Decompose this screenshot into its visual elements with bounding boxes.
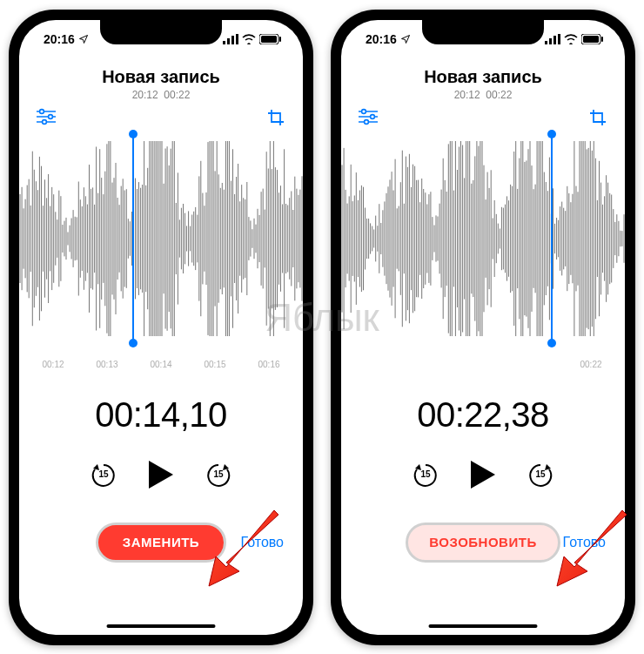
time-ruler: 00:22: [341, 360, 625, 369]
location-icon: [400, 34, 411, 44]
phone-frame: 20:16 Новая запись 20:12 00:22: [9, 10, 313, 645]
svg-rect-174: [549, 38, 552, 44]
tick-label: 00:16: [242, 360, 296, 369]
tick-label: [402, 360, 456, 369]
recording-subtitle: 20:12 00:22: [341, 89, 625, 101]
transport-controls: 15 15: [341, 459, 625, 493]
replace-button[interactable]: ЗАМЕНИТЬ: [96, 523, 226, 563]
current-time: 00:22,38: [341, 395, 625, 435]
current-time: 00:14,10: [19, 395, 303, 435]
resume-button[interactable]: ВОЗОБНОВИТЬ: [406, 523, 560, 563]
wifi-icon: [564, 34, 578, 44]
tick-label: [510, 360, 564, 369]
home-indicator[interactable]: [429, 624, 538, 628]
skip-back-button[interactable]: 15: [90, 462, 117, 489]
svg-point-185: [365, 119, 369, 124]
svg-rect-178: [583, 36, 599, 43]
cellular-icon: [223, 34, 238, 44]
waveform-area[interactable]: 00:12 00:13 00:14 00:15 00:16: [19, 134, 303, 378]
recording-title: Новая запись: [19, 67, 303, 87]
svg-rect-2: [231, 36, 234, 44]
svg-rect-175: [553, 36, 556, 44]
recording-subtitle: 20:12 00:22: [19, 89, 303, 101]
svg-point-183: [371, 114, 375, 118]
tick-label: [456, 360, 510, 369]
battery-icon: [581, 34, 604, 44]
svg-rect-173: [545, 41, 547, 44]
tick-label: 00:15: [188, 360, 242, 369]
battery-icon: [259, 34, 282, 44]
svg-point-8: [40, 109, 44, 113]
svg-rect-6: [279, 37, 281, 42]
wifi-icon: [242, 34, 256, 44]
done-button[interactable]: Готово: [241, 535, 284, 550]
trim-icon[interactable]: [588, 108, 607, 127]
svg-rect-5: [261, 36, 277, 43]
equalizer-icon[interactable]: [359, 108, 378, 127]
phone-screen: 20:16 Новая запись 20:12 00:22: [19, 20, 303, 635]
skip-forward-button[interactable]: 15: [527, 462, 554, 489]
svg-rect-176: [558, 34, 560, 44]
status-time: 20:16: [44, 32, 75, 46]
svg-rect-3: [236, 34, 238, 44]
play-button[interactable]: [147, 459, 175, 493]
notch: [100, 20, 222, 44]
notch: [422, 20, 544, 44]
transport-controls: 15 15: [19, 459, 303, 493]
svg-point-181: [362, 109, 366, 113]
recording-title: Новая запись: [341, 67, 625, 87]
skip-forward-button[interactable]: 15: [205, 462, 232, 489]
svg-rect-0: [223, 41, 225, 44]
svg-point-10: [49, 114, 53, 118]
done-button[interactable]: Готово: [563, 535, 606, 550]
skip-amount: 15: [90, 469, 117, 479]
svg-rect-1: [227, 38, 230, 44]
trim-icon[interactable]: [266, 108, 285, 127]
cellular-icon: [545, 34, 560, 44]
waveform-area[interactable]: 00:22: [341, 134, 625, 378]
tick-label: 00:13: [80, 360, 134, 369]
location-icon: [78, 34, 89, 44]
home-indicator[interactable]: [107, 624, 216, 628]
status-time: 20:16: [366, 32, 397, 46]
waveform: [19, 134, 303, 343]
tick-label: 00:22: [564, 360, 618, 369]
tick-label: [348, 360, 402, 369]
waveform: [341, 134, 625, 343]
tick-label: 00:14: [134, 360, 188, 369]
svg-rect-179: [601, 37, 603, 42]
tick-label: 00:12: [26, 360, 80, 369]
playhead[interactable]: [551, 134, 553, 343]
equalizer-icon[interactable]: [37, 108, 56, 127]
skip-amount: 15: [205, 469, 232, 479]
skip-amount: 15: [527, 469, 554, 479]
phone-frame: 20:16 Новая запись 20:12 00:22: [331, 10, 635, 645]
play-button[interactable]: [469, 459, 497, 493]
skip-back-button[interactable]: 15: [412, 462, 439, 489]
playhead[interactable]: [132, 134, 134, 343]
skip-amount: 15: [412, 469, 439, 479]
phone-screen: 20:16 Новая запись 20:12 00:22: [341, 20, 625, 635]
svg-point-12: [43, 119, 47, 124]
time-ruler: 00:12 00:13 00:14 00:15 00:16: [19, 360, 303, 369]
